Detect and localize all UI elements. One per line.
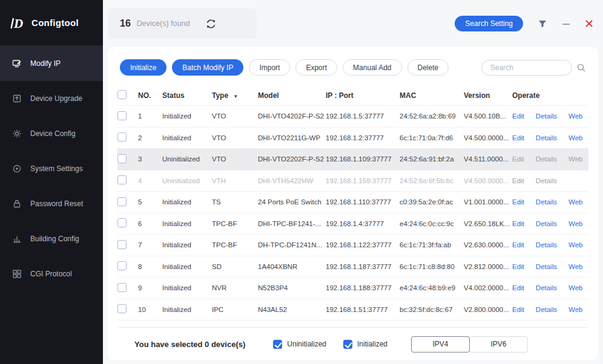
export-button[interactable]: Export <box>295 59 337 76</box>
sidebar-item-device-upgrade[interactable]: Device Upgrade <box>0 81 103 116</box>
op-edit-link[interactable]: Edit <box>512 220 524 227</box>
row-checkbox[interactable] <box>117 261 127 270</box>
col-ip-port: IP : Port <box>326 91 400 100</box>
row-checkbox[interactable] <box>117 283 127 292</box>
row-mac: e4:24:6c:48:b9:e9 <box>400 284 464 291</box>
row-status: Initialized <box>162 306 212 313</box>
op-details-link[interactable]: Details <box>536 284 557 291</box>
row-ip-port: 192.168.1.122:37777 <box>326 241 400 249</box>
op-edit-link[interactable]: Edit <box>512 155 524 163</box>
op-web-link[interactable]: Web <box>568 263 582 270</box>
device-upgrade-icon <box>12 94 22 103</box>
batch-modify-ip-button[interactable]: Batch Modify IP <box>172 59 243 76</box>
row-mac: 24:52:6a:91:bf:2a <box>400 155 464 163</box>
row-operate: EditDetailsWeb <box>512 241 588 249</box>
col-status: Status <box>162 91 212 100</box>
app-logo-icon: D <box>10 15 25 31</box>
row-no: 4 <box>138 177 162 184</box>
select-all-checkbox[interactable] <box>117 90 127 99</box>
op-details-link[interactable]: Details <box>536 155 557 163</box>
sidebar-item-system-settings[interactable]: System Settings <box>0 151 103 186</box>
ipv4-button[interactable]: IPV4 <box>411 336 470 353</box>
row-model: DHI-VTO2202F-P-S2 <box>258 155 326 163</box>
row-version: V2.812.0000... <box>464 263 512 270</box>
sidebar-item-device-config[interactable]: Device Config <box>0 116 103 151</box>
op-details-link[interactable]: Details <box>536 177 557 184</box>
op-web-link[interactable]: Web <box>568 220 582 227</box>
op-web-link[interactable]: Web <box>568 198 582 206</box>
op-web-link[interactable]: Web <box>568 241 582 249</box>
row-checkbox[interactable] <box>117 132 127 141</box>
minimize-button[interactable] <box>562 19 570 28</box>
row-version: V4.002.0000... <box>464 284 512 291</box>
op-details-link[interactable]: Details <box>536 198 557 206</box>
op-web-link[interactable]: Web <box>568 155 582 163</box>
op-edit-link[interactable]: Edit <box>512 306 524 313</box>
uninitialized-label: Uninitialized <box>287 340 326 348</box>
op-edit-link[interactable]: Edit <box>512 134 524 141</box>
op-edit-link[interactable]: Edit <box>512 198 524 206</box>
initialized-checkbox[interactable] <box>343 340 352 349</box>
search-setting-button[interactable]: Search Setting <box>455 16 523 31</box>
ipv6-button[interactable]: IPV6 <box>469 336 528 353</box>
op-edit-link[interactable]: Edit <box>512 284 524 291</box>
minimize-icon <box>562 19 570 28</box>
op-details-link[interactable]: Details <box>536 134 557 141</box>
row-checkbox[interactable] <box>117 111 127 120</box>
op-details-link[interactable]: Details <box>536 220 557 227</box>
initialized-label: Initialized <box>357 340 387 348</box>
table-row: 6 Initialized TPC-BF DHI-TPC-BF1241-... … <box>117 213 588 235</box>
system-settings-icon <box>12 164 22 174</box>
row-ip-port: 192.168.1.188:37777 <box>326 284 400 291</box>
sidebar-item-modify-ip[interactable]: Modify IP <box>0 46 103 81</box>
search-input[interactable] <box>481 60 572 76</box>
op-details-link[interactable]: Details <box>536 241 557 249</box>
op-web-link[interactable]: Web <box>568 134 582 141</box>
sidebar-item-password-reset[interactable]: Password Reset <box>0 186 103 221</box>
delete-button[interactable]: Delete <box>407 59 449 76</box>
search-icon[interactable] <box>576 63 586 73</box>
import-button[interactable]: Import <box>249 59 290 76</box>
op-edit-link[interactable]: Edit <box>512 241 524 249</box>
op-web-link[interactable]: Web <box>568 284 582 291</box>
col-model: Model <box>258 91 326 100</box>
op-details-link[interactable]: Details <box>536 263 557 270</box>
row-checkbox[interactable] <box>117 197 127 206</box>
op-edit-link[interactable]: Edit <box>512 263 524 270</box>
row-checkbox[interactable] <box>117 218 127 227</box>
close-button[interactable] <box>585 19 593 28</box>
op-edit-link[interactable]: Edit <box>512 112 524 120</box>
op-details-link[interactable]: Details <box>536 112 557 120</box>
row-checkbox[interactable] <box>117 154 127 163</box>
manual-add-button[interactable]: Manual Add <box>343 59 401 76</box>
row-checkbox[interactable] <box>117 240 127 249</box>
row-mac: 24:52:6a:a2:8b:69 <box>400 112 464 120</box>
chevron-down-icon[interactable]: ▼ <box>233 94 238 99</box>
op-web-link[interactable]: Web <box>568 306 582 313</box>
uninitialized-checkbox[interactable] <box>273 340 282 349</box>
sidebar-item-building-config[interactable]: Building Config <box>0 221 103 256</box>
table-row: 3 Uninitialized VTO DHI-VTO2202F-P-S2 19… <box>117 149 588 171</box>
filter-button[interactable] <box>538 19 547 28</box>
ip-version-toggle: IPV4 IPV6 <box>411 336 528 353</box>
row-no: 8 <box>138 263 162 270</box>
initialize-button[interactable]: Initialize <box>120 59 166 76</box>
row-model: DHI-TPC-BF1241-... <box>258 220 326 227</box>
row-model: 1A404XBNR <box>258 263 326 270</box>
op-edit-link[interactable]: Edit <box>512 177 524 184</box>
op-details-link[interactable]: Details <box>536 306 557 313</box>
refresh-button[interactable] <box>205 18 217 30</box>
row-type: VTO <box>212 112 258 120</box>
op-web-link[interactable]: Web <box>568 112 582 120</box>
row-checkbox[interactable] <box>117 175 127 184</box>
table-row: 8 Initialized SD 1A404XBNR 192.168.1.187… <box>117 256 588 278</box>
sidebar-item-label: CGI Protocol <box>30 270 72 278</box>
row-status: Initialized <box>162 220 212 227</box>
table-row: 5 Initialized TS 24 Ports PoE Switch 192… <box>117 192 588 213</box>
row-checkbox[interactable] <box>117 304 127 313</box>
device-count: 16 <box>120 18 131 29</box>
row-operate: EditDetailsWeb <box>512 220 588 227</box>
topbar-right: Search Setting <box>455 16 593 31</box>
sidebar-item-cgi-protocol[interactable]: CGI Protocol <box>0 256 103 291</box>
row-operate: EditDetailsWeb <box>512 134 588 141</box>
